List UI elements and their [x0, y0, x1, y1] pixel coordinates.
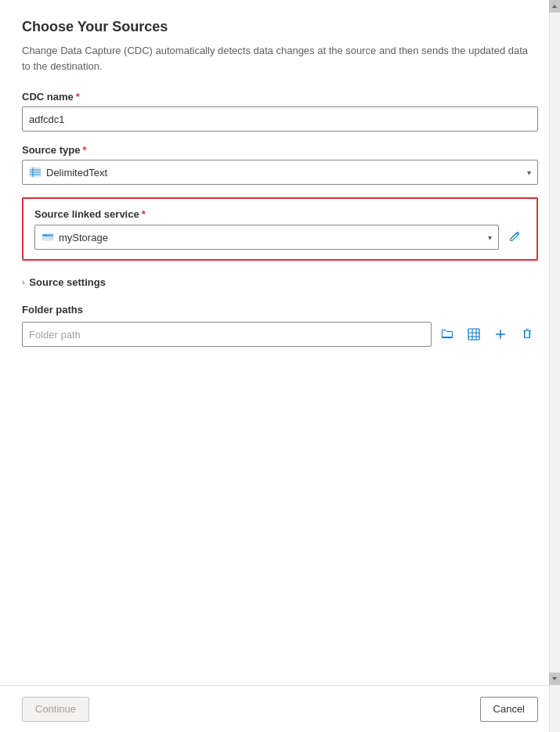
svg-point-7 — [44, 235, 45, 236]
source-settings-label: Source settings — [29, 276, 106, 288]
delimited-text-icon — [29, 166, 42, 178]
page-description: Change Data Capture (CDC) automatically … — [22, 43, 531, 74]
source-linked-service-label: Source linked service * — [34, 208, 526, 220]
svg-rect-9 — [468, 329, 479, 340]
page-container: Choose Your Sources Change Data Capture … — [0, 0, 560, 732]
source-type-required: * — [82, 144, 86, 156]
source-settings-section: › Source settings — [22, 273, 538, 291]
cdc-name-label: CDC name * — [22, 91, 538, 103]
linked-service-row: myStorage ▾ — [34, 225, 526, 250]
add-folder-path-button[interactable] — [490, 323, 511, 345]
source-linked-service-section: Source linked service * myStorage ▾ — [22, 197, 538, 261]
source-settings-header[interactable]: › Source settings — [22, 273, 538, 291]
edit-linked-service-button[interactable] — [504, 226, 526, 248]
my-storage-icon — [42, 231, 54, 243]
source-linked-service-dropdown[interactable]: myStorage ▾ — [34, 225, 499, 250]
folder-path-input[interactable] — [22, 322, 432, 347]
source-type-dropdown[interactable]: DelimitedText ▾ — [22, 160, 538, 185]
continue-button: Continue — [22, 697, 89, 722]
cdc-name-required: * — [76, 91, 80, 103]
source-type-chevron-icon: ▾ — [527, 168, 531, 177]
cancel-button[interactable]: Cancel — [480, 697, 538, 722]
page-title: Choose Your Sources — [22, 19, 538, 35]
cdc-name-input[interactable] — [22, 106, 538, 132]
source-type-value: DelimitedText — [46, 167, 107, 178]
folder-path-row — [22, 322, 538, 347]
delete-folder-path-button[interactable] — [516, 323, 538, 345]
folder-paths-section: Folder paths — [22, 304, 538, 347]
source-type-field-group: Source type * DelimitedText ▾ — [22, 144, 538, 185]
footer: Continue Cancel — [0, 685, 560, 732]
main-content: Choose Your Sources Change Data Capture … — [0, 0, 560, 685]
source-linked-service-required: * — [142, 208, 146, 220]
browse-table-button[interactable] — [463, 323, 485, 345]
cdc-name-field-group: CDC name * — [22, 91, 538, 132]
linked-service-chevron-icon: ▾ — [488, 233, 492, 242]
source-type-label: Source type * — [22, 144, 538, 156]
source-linked-service-value: myStorage — [59, 232, 108, 243]
source-settings-chevron-icon: › — [22, 278, 24, 287]
svg-point-8 — [45, 235, 47, 236]
browse-folder-button[interactable] — [436, 323, 458, 345]
folder-paths-label: Folder paths — [22, 304, 538, 316]
